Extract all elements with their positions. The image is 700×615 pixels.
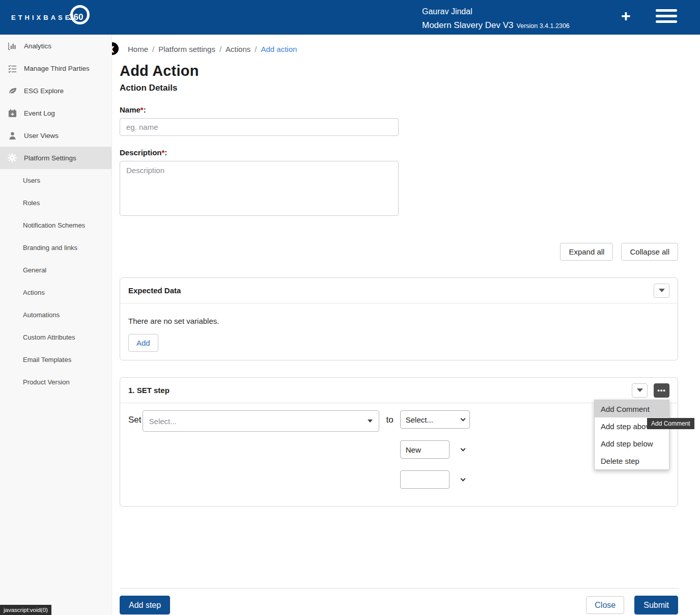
sidebar-item-manage-third-parties[interactable]: Manage Third Parties — [0, 57, 111, 79]
breadcrumb-separator: / — [152, 45, 154, 53]
expected-data-header: Expected Data — [120, 278, 678, 303]
add-comment-tooltip: Add Comment — [647, 418, 694, 429]
value-select-column: Select... New — [400, 410, 470, 489]
sidebar-subitem-notification-schemes[interactable]: Notification Schemes — [0, 214, 111, 236]
add-step-button[interactable]: Add step — [120, 596, 170, 614]
sidebar-subitem-users[interactable]: Users — [0, 169, 111, 191]
state-select[interactable]: New — [400, 440, 450, 459]
footer-divider — [120, 588, 678, 589]
logo-suffix-text: 360 — [69, 12, 83, 22]
sidebar-subitem-label: Custom Attributes — [23, 333, 75, 341]
description-field[interactable] — [120, 161, 399, 216]
sidebar-item-label: Event Log — [24, 109, 55, 117]
sidebar-subitem-branding-and-links[interactable]: Branding and links — [0, 236, 111, 259]
user-name: Gaurav Jindal — [422, 6, 570, 17]
header-user-block: Gaurav Jindal Modern Slavery Dev V3Versi… — [422, 6, 570, 31]
set-label: Set — [128, 415, 142, 425]
leaf-icon — [7, 86, 17, 96]
chevron-down-icon — [637, 388, 643, 392]
collapse-step-button[interactable] — [632, 383, 648, 398]
add-variable-button[interactable]: Add — [128, 334, 158, 352]
chevron-down-icon — [460, 477, 465, 482]
variable-select-placeholder: Select... — [149, 417, 177, 426]
version-label: Version 3.4.1.2306 — [517, 22, 570, 30]
dropdown-arrow-icon — [368, 420, 373, 423]
step-options-button[interactable]: ••• — [654, 383, 669, 398]
sidebar-subitem-email-templates[interactable]: Email Templates — [0, 348, 111, 371]
sidebar-subitem-product-version[interactable]: Product Version — [0, 371, 111, 393]
bar-chart-icon — [7, 41, 17, 51]
sidebar-item-esg-explore[interactable]: ESG Explore — [0, 79, 111, 102]
app-name-text: Modern Slavery Dev V3 — [422, 20, 514, 30]
expected-data-title: Expected Data — [128, 286, 181, 295]
collapse-panel-button[interactable] — [654, 284, 669, 298]
sidebar-item-label: Platform Settings — [24, 154, 76, 162]
menu-icon[interactable] — [656, 9, 677, 26]
footer-actions: Add step Close Submit — [120, 596, 678, 614]
sidebar-subitem-roles[interactable]: Roles — [0, 191, 111, 214]
expected-data-panel: Expected Data There are no set variables… — [120, 277, 678, 360]
sidebar-item-label: ESG Explore — [24, 87, 64, 95]
sidebar-subitem-automations[interactable]: Automations — [0, 303, 111, 326]
add-icon[interactable]: + — [621, 7, 631, 25]
submit-button[interactable]: Submit — [634, 596, 678, 614]
breadcrumb-separator: / — [219, 45, 221, 53]
set-step-title: 1. SET step — [128, 386, 170, 395]
sidebar-item-user-views[interactable]: User Views — [0, 124, 111, 147]
main-content: ❮ Home / Platform settings / Actions / A… — [112, 35, 700, 615]
breadcrumb: Home / Platform settings / Actions / Add… — [128, 45, 678, 53]
breadcrumb-add-action[interactable]: Add action — [261, 45, 297, 53]
extra-select[interactable] — [400, 470, 450, 489]
chevron-down-icon — [460, 446, 465, 452]
name-label: Name*: — [120, 105, 678, 114]
sidebar-subitem-label: Product Version — [23, 378, 70, 386]
sidebar-subitem-label: Branding and links — [23, 244, 77, 251]
page-title: Add Action — [120, 63, 678, 79]
chevron-down-icon — [659, 289, 665, 292]
sidebar-subitem-actions[interactable]: Actions — [0, 281, 111, 303]
sidebar-subitem-label: General — [23, 266, 46, 274]
expand-collapse-toolbar: Expand all Collapse all — [120, 243, 678, 261]
sidebar-item-analytics[interactable]: Analytics — [0, 35, 111, 57]
variable-select[interactable]: Select... — [143, 410, 379, 432]
breadcrumb-separator: / — [255, 45, 257, 53]
menu-item-add-step-below[interactable]: Add step below — [595, 435, 669, 452]
breadcrumb-actions[interactable]: Actions — [226, 45, 250, 53]
logo-brand-text: ETHIXBASE — [11, 14, 72, 21]
sidebar: Analytics Manage Third Parties ESG Explo… — [0, 35, 112, 615]
collapse-all-button[interactable]: Collapse all — [621, 243, 678, 261]
breadcrumb-home[interactable]: Home — [128, 45, 148, 53]
section-title: Action Details — [120, 83, 678, 93]
calendar-plus-icon — [7, 108, 17, 118]
breadcrumb-platform-settings[interactable]: Platform settings — [158, 45, 215, 53]
step-options-menu: Add Comment Add step above Add step belo… — [594, 400, 669, 470]
description-label-text: Description — [120, 148, 162, 157]
sidebar-item-label: Manage Third Parties — [24, 65, 90, 72]
menu-item-delete-step[interactable]: Delete step — [595, 452, 669, 469]
ethixbase-logo[interactable]: ETHIXBASE 360 — [11, 0, 93, 35]
sidebar-subitem-custom-attributes[interactable]: Custom Attributes — [0, 326, 111, 348]
set-step-panel: 1. SET step ••• Set Select... to Select.… — [120, 377, 678, 507]
sidebar-subitem-label: Notification Schemes — [23, 221, 85, 229]
value-select[interactable]: Select... — [400, 410, 470, 429]
sidebar-item-event-log[interactable]: Event Log — [0, 102, 111, 124]
sidebar-item-label: Analytics — [24, 42, 51, 50]
user-icon — [7, 130, 17, 141]
colon: : — [144, 105, 146, 114]
sidebar-subitem-label: Email Templates — [23, 356, 71, 364]
close-button[interactable]: Close — [586, 596, 624, 614]
sidebar-subitem-general[interactable]: General — [0, 259, 111, 281]
colon: : — [164, 148, 167, 157]
menu-item-add-comment[interactable]: Add Comment — [595, 400, 669, 417]
sidebar-item-label: User Views — [24, 132, 59, 139]
checklist-icon — [7, 63, 17, 73]
expand-all-button[interactable]: Expand all — [560, 243, 613, 261]
description-label: Description*: — [120, 148, 678, 157]
sidebar-item-platform-settings[interactable]: Platform Settings — [0, 147, 111, 169]
gear-icon — [7, 153, 17, 163]
no-variables-text: There are no set variables. — [128, 317, 669, 325]
status-link-preview: javascript:void(0) — [0, 605, 51, 615]
name-field[interactable] — [120, 118, 399, 136]
app-header: ETHIXBASE 360 Gaurav Jindal Modern Slave… — [0, 0, 700, 35]
sidebar-subitem-label: Users — [23, 177, 40, 184]
